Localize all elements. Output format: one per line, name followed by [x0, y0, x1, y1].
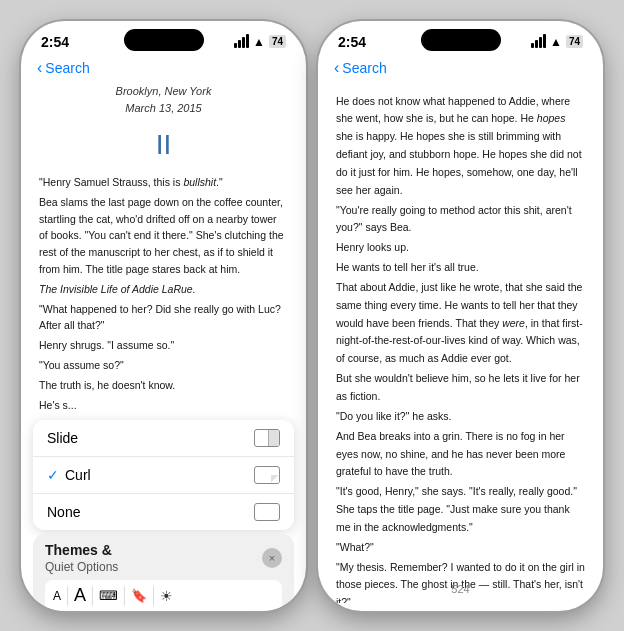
para-6: The truth is, he doesn't know. [39, 377, 288, 394]
left-phone: 2:54 ▲ 74 ‹ Search Brooklyn, [21, 21, 306, 611]
left-time: 2:54 [41, 34, 69, 50]
para-4: Henry shrugs. "I assume so." [39, 337, 288, 354]
right-status-icons: ▲ 74 [531, 34, 583, 50]
left-status-bar: 2:54 ▲ 74 [21, 21, 306, 57]
themes-title: Themes & Quiet Options [45, 542, 118, 574]
left-book-content: Brooklyn, New York March 13, 2015 II "He… [21, 83, 306, 417]
para-2: The Invisible Life of Addie LaRue. [39, 281, 288, 298]
para-5: "You assume so?" [39, 357, 288, 374]
left-nav-bar[interactable]: ‹ Search [21, 57, 306, 83]
signal-icon [234, 34, 249, 50]
left-book-text: "Henry Samuel Strauss, this is bullshit.… [39, 174, 288, 413]
font-family-icon[interactable]: ⌨ [99, 588, 118, 603]
right-back-arrow-icon: ‹ [334, 59, 339, 77]
page-turn-panel: Slide ✓ Curl None [33, 420, 294, 530]
dynamic-island [124, 29, 204, 51]
chapter-number: II [39, 123, 288, 166]
book-location: Brooklyn, New York March 13, 2015 [39, 83, 288, 117]
divider-2 [92, 586, 93, 606]
right-wifi-icon: ▲ [550, 35, 562, 49]
none-option[interactable]: None [33, 494, 294, 530]
curl-icon [254, 466, 280, 484]
none-icon [254, 503, 280, 521]
none-label: None [47, 504, 80, 520]
divider-1 [67, 586, 68, 606]
font-increase-button[interactable]: A [74, 585, 86, 606]
left-status-icons: ▲ 74 [234, 34, 286, 50]
bookmark-icon[interactable]: 🔖 [131, 588, 147, 603]
slide-icon [254, 429, 280, 447]
battery-icon: 74 [269, 35, 286, 48]
right-time: 2:54 [338, 34, 366, 50]
right-battery-icon: 74 [566, 35, 583, 48]
para-1: Bea slams the last page down on the coff… [39, 194, 288, 278]
page-number: 524 [318, 579, 603, 599]
checkmark-icon: ✓ [47, 467, 59, 483]
themes-panel: Themes & Quiet Options × A A ⌨ 🔖 ☀ Aa [33, 534, 294, 610]
right-para-8: "It's good, Henry," she says. "It's real… [336, 483, 585, 537]
right-status-bar: 2:54 ▲ 74 [318, 21, 603, 57]
right-para-1: "You're really going to method actor thi… [336, 202, 585, 238]
para-0: "Henry Samuel Strauss, this is bullshit.… [39, 174, 288, 191]
font-decrease-button[interactable]: A [53, 589, 61, 603]
back-arrow-icon: ‹ [37, 59, 42, 77]
book-date: March 13, 2015 [39, 100, 288, 117]
divider-3 [124, 586, 125, 606]
right-signal-icon [531, 34, 546, 50]
wifi-icon: ▲ [253, 35, 265, 49]
themes-close-button[interactable]: × [262, 548, 282, 568]
right-book-content: He does not know what happened to Addie,… [318, 83, 603, 603]
book-city: Brooklyn, New York [39, 83, 288, 100]
right-dynamic-island [421, 29, 501, 51]
para-3: "What happened to her? Did she really go… [39, 301, 288, 335]
slide-label: Slide [47, 430, 78, 446]
left-nav-back-label[interactable]: Search [45, 60, 89, 76]
right-para-5: But she wouldn't believe him, so he lets… [336, 370, 585, 406]
right-para-7: And Bea breaks into a grin. There is no … [336, 428, 585, 482]
curl-label: Curl [65, 467, 91, 483]
phones-container: 2:54 ▲ 74 ‹ Search Brooklyn, [21, 21, 603, 611]
right-para-0: He does not know what happened to Addie,… [336, 93, 585, 200]
close-icon: × [269, 552, 275, 564]
right-para-2: Henry looks up. [336, 239, 585, 257]
right-nav-back-label[interactable]: Search [342, 60, 386, 76]
themes-header: Themes & Quiet Options × [45, 542, 282, 574]
right-para-9: "What?" [336, 539, 585, 557]
right-para-3: He wants to tell her it's all true. [336, 259, 585, 277]
right-phone: 2:54 ▲ 74 ‹ Search He does not know wh [318, 21, 603, 611]
right-nav-bar[interactable]: ‹ Search [318, 57, 603, 83]
para-7: He's s... [39, 397, 288, 414]
curl-option[interactable]: ✓ Curl [33, 457, 294, 494]
divider-4 [153, 586, 154, 606]
slide-option[interactable]: Slide [33, 420, 294, 457]
right-para-4: That about Addie, just like he wrote, th… [336, 279, 585, 368]
font-controls: A A ⌨ 🔖 ☀ [45, 580, 282, 610]
right-para-6: "Do you like it?" he asks. [336, 408, 585, 426]
brightness-icon[interactable]: ☀ [160, 588, 173, 604]
